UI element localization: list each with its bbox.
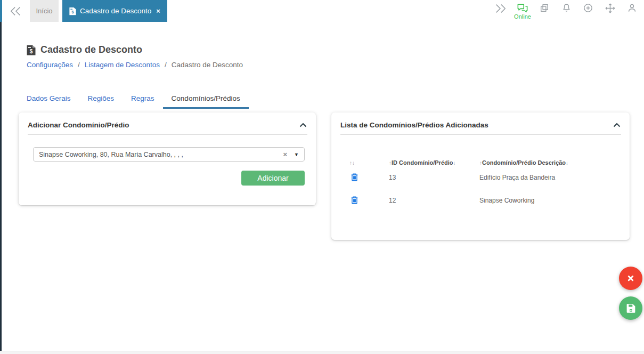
save-floppy-icon: [625, 303, 637, 314]
collapse-tabs-icon[interactable]: [9, 5, 22, 17]
select-clear-icon[interactable]: ×: [283, 150, 287, 158]
breadcrumb-configuracoes[interactable]: Configurações: [27, 61, 73, 69]
breadcrumb-separator: /: [78, 61, 80, 69]
tab-regras[interactable]: Regras: [123, 90, 163, 109]
add-circle-icon[interactable]: [582, 3, 594, 13]
list-panel-title: Lista de Condomínios/Prédios Adicionadas: [340, 121, 488, 129]
page-tabs: Dados Gerais Regiões Regras Condomínios/…: [18, 90, 249, 109]
bell-icon[interactable]: [560, 3, 572, 13]
table-header-row: ↑↓ ↑ID Condomínio/Prédio↓ ↑Condomínio/Pr…: [349, 159, 621, 166]
tab-regioes[interactable]: Regiões: [79, 90, 123, 109]
row-description: Sinapse Coworking: [479, 197, 621, 204]
online-status-badge: Online: [514, 14, 531, 20]
chevron-up-icon[interactable]: [299, 123, 307, 127]
svg-text:$: $: [71, 10, 74, 14]
discount-document-icon: $: [27, 45, 36, 55]
divider: [340, 134, 621, 135]
save-button[interactable]: [619, 296, 642, 320]
user-icon[interactable]: [626, 3, 638, 13]
delete-row-button[interactable]: [349, 172, 360, 182]
add-condominio-panel: Adicionar Condomínio/Prédio Sinapse Cowo…: [19, 112, 316, 205]
chevron-up-icon[interactable]: [613, 123, 621, 127]
row-id: 13: [389, 174, 479, 181]
column-descricao[interactable]: ↑Condomínio/Prédio Descrição↓: [479, 159, 621, 166]
tab-close-icon[interactable]: ×: [156, 7, 160, 15]
topbar-actions: Online: [495, 3, 638, 20]
tab-condominios-predios[interactable]: Condomínios/Prédios: [163, 90, 249, 109]
move-icon[interactable]: [604, 3, 616, 14]
divider: [28, 134, 307, 135]
delete-row-button[interactable]: [349, 195, 360, 205]
tab-dados-gerais[interactable]: Dados Gerais: [18, 90, 79, 109]
select-caret-down-icon[interactable]: ▼: [294, 152, 299, 157]
tab-inicio-label: Início: [36, 7, 52, 15]
breadcrumb-listagem-de-descontos[interactable]: Listagem de Descontos: [85, 61, 160, 69]
add-panel-title: Adicionar Condomínio/Prédio: [28, 121, 129, 129]
topbar: Início $ Cadastro de Desconto ×: [2, 0, 644, 22]
breadcrumb-separator: /: [165, 61, 167, 69]
cancel-button[interactable]: [619, 267, 642, 290]
close-icon: [625, 273, 636, 284]
condominio-select-value: Sinapse Coworking, 80, Rua Maria Carvalh…: [39, 151, 283, 158]
tab-cadastro-de-desconto[interactable]: $ Cadastro de Desconto ×: [62, 0, 167, 22]
table-row: 13 Edifício Praça da Bandeira: [349, 166, 621, 189]
tab-active-label: Cadastro de Desconto: [80, 7, 151, 15]
trash-icon: [349, 195, 360, 205]
column-sort-actions[interactable]: ↑↓: [349, 159, 389, 166]
adicionar-button[interactable]: Adicionar: [241, 171, 305, 186]
breadcrumb: Configurações / Listagem de Descontos / …: [27, 61, 243, 69]
fast-forward-icon[interactable]: [495, 3, 507, 14]
row-id: 12: [389, 197, 479, 204]
horizontal-scrollbar[interactable]: [0, 351, 644, 354]
svg-text:$: $: [30, 48, 33, 54]
tab-inicio[interactable]: Início: [30, 0, 59, 22]
table-row: 12 Sinapse Coworking: [349, 189, 621, 212]
row-description: Edifício Praça da Bandeira: [479, 174, 621, 181]
page-title: Cadastro de Desconto: [40, 44, 142, 55]
breadcrumb-current: Cadastro de Desconto: [172, 61, 243, 69]
copy-icon[interactable]: [539, 3, 550, 13]
column-id-condominio[interactable]: ↑ID Condomínio/Prédio↓: [389, 159, 479, 166]
condominio-select[interactable]: Sinapse Coworking, 80, Rua Maria Carvalh…: [33, 147, 305, 162]
trash-icon: [349, 172, 360, 182]
page-header: $ Cadastro de Desconto: [27, 44, 142, 55]
discount-document-icon: $: [69, 7, 76, 15]
condominio-list-panel: Lista de Condomínios/Prédios Adicionadas…: [331, 112, 630, 240]
sidebar-edge: [0, 22, 2, 351]
chat-icon[interactable]: Online: [517, 3, 528, 20]
app-window: Início $ Cadastro de Desconto ×: [0, 0, 644, 354]
